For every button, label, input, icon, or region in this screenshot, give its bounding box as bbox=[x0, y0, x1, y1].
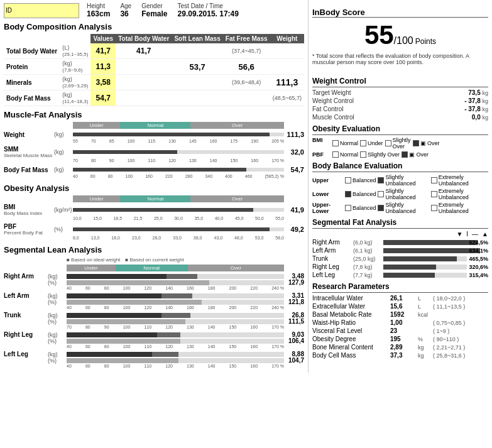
mf-smm-label: SMM bbox=[4, 146, 54, 153]
age-field: Age 36 bbox=[120, 3, 131, 18]
rp-value: 1,00 bbox=[390, 319, 415, 326]
bmi-slightly-over-option: SlightlyOver bbox=[385, 137, 411, 150]
sl-left-arm-group: Left Arm (kg) 3,31 (%) 121,8 bbox=[4, 292, 304, 310]
body-balance-title: Body Balance Evaluation bbox=[312, 161, 488, 172]
pbf-over-option: ▣ Over bbox=[402, 151, 429, 158]
rp-unit: kg bbox=[418, 352, 430, 359]
bc-col-ffm: Fat Free Mass bbox=[223, 34, 270, 43]
rp-value: 15,6 bbox=[390, 303, 415, 310]
bc-col-tbw: Total Body Water bbox=[116, 34, 172, 43]
fat-control-row: Fat Control - 37,8 kg bbox=[312, 106, 488, 112]
sl-right-leg-kg-val: 9,03 bbox=[285, 331, 304, 338]
research-param-row: Obesity Degree 195 % ( 90~110 ) bbox=[312, 336, 488, 342]
weight-control-title: Weight Control bbox=[312, 77, 488, 87]
rp-unit: kg bbox=[418, 344, 430, 351]
weight-control-label: Weight Control bbox=[312, 97, 354, 104]
height-label: Height bbox=[87, 3, 110, 9]
seg-fat-icons: ▼ I — ▲ bbox=[312, 231, 488, 238]
ob-pbf-label: PBF bbox=[4, 223, 54, 230]
sf-left-arm-val: (6,1 kg) bbox=[353, 248, 383, 254]
upperlower-balance-row: Upper-Lower Balanced Slightly Unbalanced… bbox=[312, 202, 488, 214]
ob-pbf-chart: 49,2 bbox=[73, 225, 304, 234]
sl-right-arm-group: Right Arm (kg) 3,48 (%) 127,9 bbox=[4, 273, 304, 290]
age-value: 36 bbox=[120, 9, 131, 18]
muscle-control-value: 0,0 bbox=[472, 114, 481, 121]
rp-label: Waist-Hip Ratio bbox=[312, 319, 388, 326]
mf-bfm-unit: (kg) bbox=[54, 167, 73, 173]
bmi-under-option: Under bbox=[360, 137, 383, 150]
ob-pbf-value: 49,2 bbox=[285, 226, 304, 233]
ob-bmi-chart: 41,9 bbox=[73, 205, 304, 214]
date-field: Test Date / Time 29.09.2015. 17:49 bbox=[178, 3, 239, 18]
sl-right-leg-label: Right Leg bbox=[4, 331, 48, 338]
height-field: Height 163cm bbox=[87, 3, 110, 18]
rp-label: Bone Mineral Content bbox=[312, 344, 388, 351]
ob-over: Over bbox=[190, 195, 284, 202]
research-param-row: Visceral Fat Level 23 ( 1~9 ) bbox=[312, 327, 488, 334]
sf-right-leg-row: Right Leg (7,8 kg) 320,6% bbox=[312, 263, 488, 270]
mf-scale-header: Under Normal Over bbox=[4, 122, 304, 129]
pbf-eval-row: PBF Normal Slightly Over ▣ Over bbox=[312, 151, 488, 158]
research-param-row: Extracellular Water 15,6 L ( 11,1~13,5 ) bbox=[312, 303, 488, 310]
bmi-eval-row: BMI Normal Under SlightlyOver ▣ Over bbox=[312, 137, 488, 150]
inbody-score-label: Points bbox=[415, 37, 436, 46]
mf-smm-row: SMM Skeletal Muscle Mass (kg) 32,0 70809… bbox=[4, 146, 304, 163]
rp-label: Extracellular Water bbox=[312, 303, 388, 310]
header-info: Height 163cm Age 36 Gender Female Test D… bbox=[87, 3, 239, 18]
muscle-fat-title: Muscle-Fat Analysis bbox=[4, 110, 304, 119]
lower-balance-row: Lower Balanced Slightly Unbalanced Extre… bbox=[312, 188, 488, 200]
sf-right-arm-label: Right Arm bbox=[312, 239, 353, 246]
ob-pbf-row: PBF Percent Body Fat (%) 49,2 8,013,018,… bbox=[4, 223, 304, 240]
rp-range: ( 11,1~13,5 ) bbox=[433, 303, 465, 310]
body-balance-section: Upper Balanced Slightly Unbalanced Extre… bbox=[312, 174, 488, 214]
table-row: Total Body Water (L)(29,1~35,5) 41,7 41,… bbox=[4, 43, 304, 59]
seg-lean-notes: ■ Based on ideal weight ■ Based on curre… bbox=[4, 257, 304, 263]
seg-fat-title: Segmental Fat Analysis bbox=[312, 218, 488, 229]
sf-left-leg-label: Left Leg bbox=[312, 271, 353, 278]
ob-under: Under bbox=[73, 195, 120, 202]
height-value: 163cm bbox=[87, 9, 110, 18]
mf-weight-chart: 111,3 bbox=[73, 130, 304, 139]
weight-control-value: - 37,8 bbox=[464, 97, 481, 104]
rp-unit: kcal bbox=[418, 312, 430, 318]
weight-control-unit: kg bbox=[482, 98, 488, 104]
rp-range: ( 0,75~0,85 ) bbox=[433, 320, 465, 326]
target-weight-unit: kg bbox=[482, 90, 488, 96]
sl-right-arm-kg-val: 3,48 bbox=[285, 273, 304, 280]
rp-label: Intracellular Water bbox=[312, 295, 388, 302]
target-weight-value: 73,5 bbox=[468, 89, 480, 96]
body-composition-table: Values Total Body Water Soft Lean Mass F… bbox=[4, 34, 304, 106]
mf-weight-row: Weight (kg) 111,3 5570851001151301451601… bbox=[4, 130, 304, 143]
inbody-note: * Total score that reflects the evaluati… bbox=[312, 53, 488, 65]
bmi-over-option: ▣ Over bbox=[413, 137, 440, 150]
sl-left-leg-pct-val: 104,7 bbox=[285, 357, 304, 364]
sl-left-leg-label: Left Leg bbox=[4, 351, 48, 358]
body-composition-title: Body Composition Analysis bbox=[4, 22, 304, 31]
target-weight-label: Target Weight bbox=[312, 89, 351, 96]
table-row: Minerals (kg)(2,69~3,29) 3,58 (39,6~48,4… bbox=[4, 75, 304, 90]
rp-value: 23 bbox=[390, 327, 415, 334]
muscle-fat-section: Under Normal Over Weight (kg) 111,3 bbox=[4, 122, 304, 178]
id-box: ID bbox=[4, 3, 79, 18]
fat-control-value: - 37,8 bbox=[464, 106, 481, 112]
upperlower-balance-label: Upper-Lower bbox=[312, 202, 343, 214]
sl-under: Under bbox=[67, 265, 116, 271]
id-label: ID bbox=[6, 7, 12, 14]
lower-balance-label: Lower bbox=[312, 191, 343, 197]
muscle-control-label: Muscle Control bbox=[312, 114, 354, 121]
mf-bfm-chart: 54,7 bbox=[73, 165, 304, 174]
ob-pbf-sub: Percent Body Fat bbox=[4, 230, 54, 236]
inbody-score-title: InBody Score bbox=[312, 8, 488, 18]
ob-bmi-unit: (kg/m²) bbox=[54, 207, 73, 213]
rp-range: ( 25,8~31,6 ) bbox=[433, 352, 465, 359]
rp-value: 26,1 bbox=[390, 295, 415, 302]
sf-right-leg-val: (7,8 kg) bbox=[353, 264, 383, 270]
mf-smm-unit: (kg) bbox=[54, 149, 73, 155]
obesity-title: Obesity Analysis bbox=[4, 183, 304, 193]
upper-balance-label: Upper bbox=[312, 177, 343, 183]
sl-left-arm-kg-val: 3,31 bbox=[285, 292, 304, 299]
inbody-score-denom: /100 bbox=[394, 35, 413, 46]
rp-unit: L bbox=[418, 295, 430, 302]
ob-pbf-unit: (%) bbox=[54, 226, 73, 232]
sl-left-leg-kg-val: 8,88 bbox=[285, 351, 304, 358]
